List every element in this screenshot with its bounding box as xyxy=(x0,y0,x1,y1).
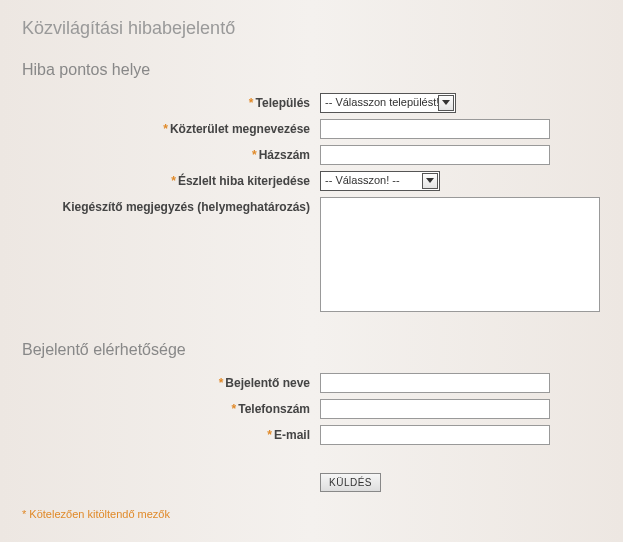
required-marker: * xyxy=(232,402,237,416)
required-marker: * xyxy=(252,148,257,162)
note-label: Kiegészítő megjegyzés (helymeghatározás) xyxy=(22,197,320,214)
section-heading-location: Hiba pontos helye xyxy=(22,61,601,79)
required-marker: * xyxy=(219,376,224,390)
svg-marker-0 xyxy=(442,100,450,105)
required-marker: * xyxy=(171,174,176,188)
house-label: *Házszám xyxy=(22,145,320,162)
extent-select[interactable]: -- Válasszon! -- xyxy=(320,171,440,191)
house-input[interactable] xyxy=(320,145,550,165)
street-input[interactable] xyxy=(320,119,550,139)
section-heading-contact: Bejelentő elérhetősége xyxy=(22,341,601,359)
required-footnote: * Kötelezően kitöltendő mezők xyxy=(22,508,601,520)
settlement-select[interactable]: -- Válasszon települést! -- xyxy=(320,93,456,113)
required-marker: * xyxy=(267,428,272,442)
extent-select-value: -- Válasszon! -- xyxy=(321,172,404,188)
note-textarea[interactable] xyxy=(320,197,600,312)
chevron-down-icon xyxy=(422,173,438,189)
required-marker: * xyxy=(163,122,168,136)
name-input[interactable] xyxy=(320,373,550,393)
required-marker: * xyxy=(249,96,254,110)
svg-marker-1 xyxy=(426,178,434,183)
street-label: *Közterület megnevezése xyxy=(22,119,320,136)
extent-label: *Észlelt hiba kiterjedése xyxy=(22,171,320,188)
submit-button[interactable]: KÜLDÉS xyxy=(320,473,381,492)
settlement-select-value: -- Válasszon települést! -- xyxy=(321,94,454,110)
phone-label: *Telefonszám xyxy=(22,399,320,416)
phone-input[interactable] xyxy=(320,399,550,419)
email-label: *E-mail xyxy=(22,425,320,442)
chevron-down-icon xyxy=(438,95,454,111)
page-title: Közvilágítási hibabejelentő xyxy=(22,18,601,39)
email-input[interactable] xyxy=(320,425,550,445)
settlement-label: *Település xyxy=(22,93,320,110)
name-label: *Bejelentő neve xyxy=(22,373,320,390)
